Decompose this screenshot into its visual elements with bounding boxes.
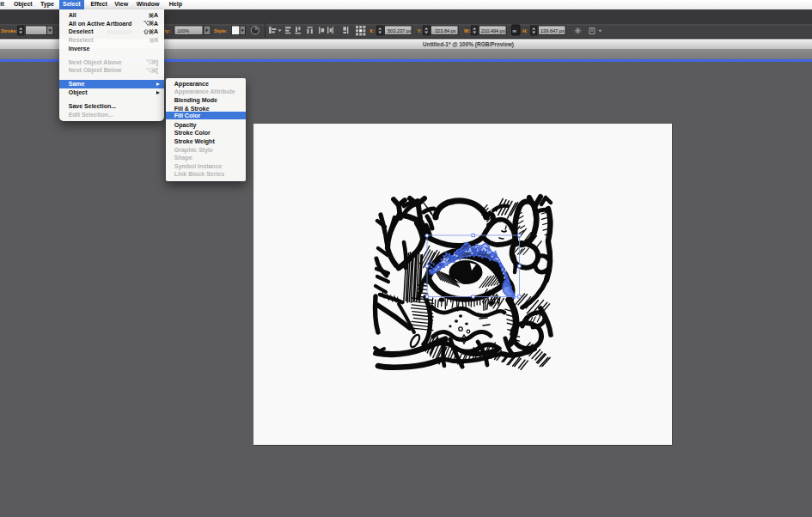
- svg-text:100%: 100%: [177, 28, 189, 33]
- svg-text:Style:: Style:: [214, 28, 227, 33]
- svg-text:139.647 px: 139.647 px: [540, 28, 565, 33]
- svg-text:Stroke:: Stroke:: [1, 28, 17, 33]
- svg-text:323.84 px: 323.84 px: [435, 28, 456, 33]
- svg-text:H:: H:: [522, 28, 528, 33]
- svg-text:210.494 px: 210.494 px: [481, 28, 505, 33]
- svg-text:503.237 px: 503.237 px: [388, 28, 412, 33]
- svg-text:Y:: Y:: [418, 28, 422, 33]
- svg-text:X:: X:: [369, 28, 375, 33]
- svg-text:ty:: ty:: [165, 28, 171, 33]
- svg-text:∞: ∞: [513, 28, 516, 33]
- svg-text:W:: W:: [464, 28, 470, 33]
